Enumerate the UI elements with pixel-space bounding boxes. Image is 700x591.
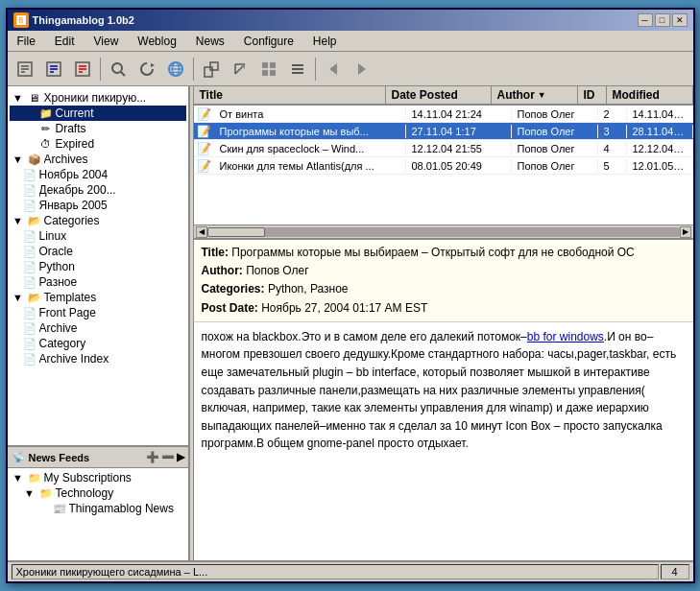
detail-meta: Title: Программы которые мы выбираем – О…: [194, 240, 693, 322]
status-count: 4: [661, 564, 689, 579]
row2-title: Программы которые мы выб...: [214, 125, 406, 138]
refresh-button[interactable]: [133, 56, 160, 83]
scroll-right-btn[interactable]: ▶: [680, 226, 691, 238]
status-label: Хроники пикирующего сисадмина – L...: [16, 566, 208, 578]
toolbar-sep-2: [193, 58, 194, 81]
jan-icon: 📄: [23, 200, 36, 212]
news-technology[interactable]: ▼ 📁 Technology: [10, 485, 186, 501]
tree-category[interactable]: 📄 Category: [10, 336, 186, 351]
menu-news[interactable]: News: [190, 33, 230, 50]
table-row[interactable]: 📝 От винта 14.11.04 21:24 Попов Олег 2 1…: [194, 106, 693, 123]
tree-expired[interactable]: ⏱ Expired: [10, 136, 186, 152]
scroll-thumb: [207, 227, 265, 237]
tree-panel[interactable]: ▼ 🖥 Хроники пикирую... 📁 Current ✏ Draft…: [8, 86, 188, 445]
tree-drafts[interactable]: ✏ Drafts: [10, 121, 186, 136]
col-modified-header[interactable]: Modified: [607, 86, 693, 104]
row4-icon: 📝: [194, 159, 214, 173]
close-button[interactable]: ✕: [672, 13, 688, 27]
svg-rect-27: [270, 62, 276, 68]
menu-view[interactable]: View: [88, 33, 125, 50]
table-row[interactable]: 📝 Программы которые мы выб... 27.11.04 1…: [194, 123, 693, 140]
row3-icon: 📝: [194, 142, 214, 155]
news-remove-button[interactable]: ➖: [161, 451, 175, 463]
row3-modified: 12.12.04 20: [627, 142, 693, 155]
id-col-label: ID: [584, 88, 595, 102]
edit-post-button[interactable]: [40, 56, 67, 83]
detail-author-value: Попов Олег: [246, 264, 308, 277]
table-row[interactable]: 📝 Скин для spaceclock – Wind... 12.12.04…: [194, 140, 693, 157]
row3-title: Скин для spaceclock – Wind...: [214, 142, 406, 155]
tree-category-label: Category: [39, 337, 86, 350]
globe-button[interactable]: [162, 56, 189, 83]
build-button[interactable]: [198, 56, 225, 83]
col-id-header[interactable]: ID: [578, 86, 607, 104]
technology-label: Technology: [56, 486, 114, 500]
tree-linux[interactable]: 📄 Linux: [10, 228, 186, 244]
svg-marker-14: [151, 63, 155, 67]
news-mysubs[interactable]: ▼ 📁 My Subscriptions: [10, 470, 186, 485]
tree-python[interactable]: 📄 Python: [10, 259, 186, 274]
news-settings-button[interactable]: ▶: [177, 451, 184, 463]
tree-archive-index[interactable]: 📄 Archive Index: [10, 351, 186, 366]
detail-postdate-row: Post Date: Ноябрь 27, 2004 01:17 AM EST: [202, 299, 686, 318]
list-button[interactable]: [284, 56, 311, 83]
table-row[interactable]: 📝 Иконки для темы Atlantis(для ... 08.01…: [194, 157, 693, 175]
archive-icon: 📄: [23, 322, 36, 335]
scroll-left-btn[interactable]: ◀: [196, 226, 207, 238]
tree-drafts-label: Drafts: [56, 122, 86, 135]
col-title-header[interactable]: Title: [194, 86, 386, 104]
main-window: 🅱 Thingamablog 1.0b2 ─ □ ✕ File Edit Vie…: [6, 8, 695, 583]
news-thingamablog[interactable]: 📰 Thingamablog News: [10, 501, 186, 516]
menu-weblog[interactable]: Weblog: [132, 33, 181, 50]
col-author-header[interactable]: Author ▼: [492, 86, 578, 104]
tree-archives-header[interactable]: ▼ 📦 Archives: [10, 152, 186, 167]
table-scrollbar-h[interactable]: ◀ ▶: [194, 225, 693, 238]
rss-button[interactable]: [227, 56, 253, 83]
tree-templates[interactable]: ▼ 📂 Templates: [10, 290, 186, 305]
tree-root[interactable]: ▼ 🖥 Хроники пикирую...: [10, 90, 186, 106]
title-bar: 🅱 Thingamablog 1.0b2 ─ □ ✕: [8, 10, 693, 31]
title-label: Title:: [202, 246, 229, 259]
detail-title-value: Программы которые мы выбираем – Открытый…: [231, 246, 634, 259]
tree-jan2005[interactable]: 📄 Январь 2005: [10, 198, 186, 213]
tree-current[interactable]: 📁 Current: [10, 106, 186, 121]
tree-raznoe[interactable]: 📄 Разное: [10, 274, 186, 290]
tree-dec2004[interactable]: 📄 Декабрь 200...: [10, 182, 186, 198]
body-link-bbfor[interactable]: bb for windows: [527, 330, 604, 343]
window-title: Thingamablog 1.0b2: [33, 14, 134, 26]
toolbar-sep-3: [315, 58, 316, 81]
tree-categories[interactable]: ▼ 📂 Categories: [10, 213, 186, 228]
root-icon: 🖥: [28, 92, 41, 104]
window-controls: ─ □ ✕: [638, 13, 688, 27]
nav-back-button[interactable]: [320, 56, 347, 83]
menu-help[interactable]: Help: [307, 33, 343, 50]
mysubs-folder-icon: 📁: [28, 472, 41, 485]
col-date-header[interactable]: Date Posted: [386, 86, 492, 104]
tree-archive[interactable]: 📄 Archive: [10, 320, 186, 336]
news-toolbar: ➕ ➖ ▶: [146, 451, 184, 463]
grid-button[interactable]: [255, 56, 282, 83]
delete-post-button[interactable]: [69, 56, 96, 83]
tree-oracle[interactable]: 📄 Oracle: [10, 244, 186, 259]
menu-configure[interactable]: Configure: [238, 33, 300, 50]
search-button[interactable]: [105, 56, 132, 83]
scroll-track: [207, 227, 680, 237]
tree-nov2004[interactable]: 📄 Ноябрь 2004: [10, 167, 186, 182]
maximize-button[interactable]: □: [655, 13, 670, 27]
postdate-label: Post Date:: [202, 301, 258, 315]
nov-icon: 📄: [23, 169, 36, 181]
tree-frontpage[interactable]: 📄 Front Page: [10, 305, 186, 320]
new-post-button[interactable]: [12, 56, 38, 83]
detail-body[interactable]: похож на blackbox.Это и в самом деле его…: [194, 322, 693, 560]
menu-file[interactable]: File: [12, 33, 41, 50]
row4-modified: 12.01.05 22: [627, 159, 693, 173]
tree-archives-label: Archives: [44, 153, 88, 166]
row3-author: Попов Олег: [512, 142, 598, 155]
svg-point-12: [112, 63, 122, 73]
modified-col-label: Modified: [613, 88, 660, 102]
menu-edit[interactable]: Edit: [49, 33, 81, 50]
minimize-button[interactable]: ─: [638, 13, 653, 27]
news-add-button[interactable]: ➕: [146, 451, 159, 463]
news-tree[interactable]: ▼ 📁 My Subscriptions ▼ 📁 Technology 📰 Th…: [8, 468, 188, 560]
nav-fwd-button[interactable]: [349, 56, 375, 83]
